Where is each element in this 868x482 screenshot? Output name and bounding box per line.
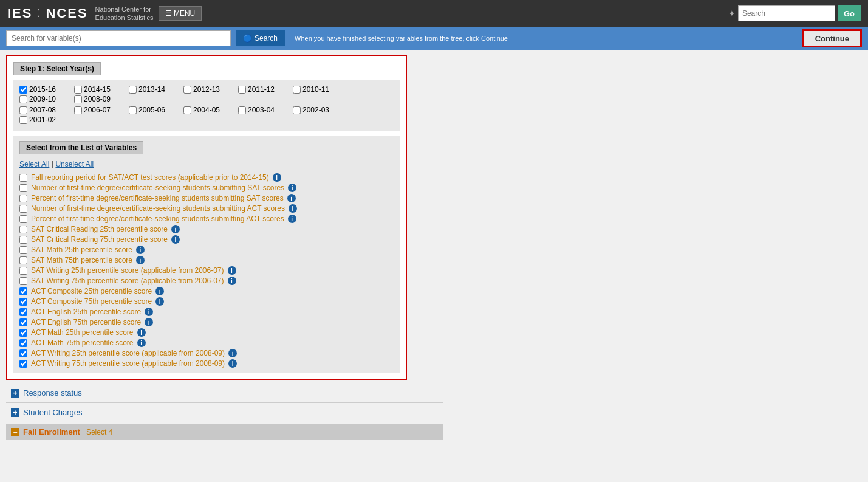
- var-checkbox-14[interactable]: [19, 318, 27, 326]
- info-icon-13[interactable]: i: [145, 308, 153, 316]
- var-label-12[interactable]: ACT Composite 75th percentile score: [31, 297, 152, 306]
- unselect-all-link[interactable]: Unselect All: [55, 160, 94, 168]
- search-variable-input[interactable]: [6, 30, 231, 46]
- var-label-8[interactable]: SAT Math 75th percentile score: [31, 256, 132, 264]
- year-checkbox-2003-04[interactable]: [238, 106, 246, 114]
- year-item-2011-12[interactable]: 2011-12: [238, 85, 293, 94]
- var-label-17[interactable]: ACT Writing 25th percentile score (appli…: [31, 349, 225, 357]
- info-icon-17[interactable]: i: [228, 349, 237, 357]
- student-charges-section[interactable]: + Student Charges: [6, 404, 443, 421]
- var-label-14[interactable]: ACT English 75th percentile score: [31, 318, 141, 326]
- var-checkbox-13[interactable]: [19, 308, 27, 316]
- info-icon-5[interactable]: i: [171, 225, 180, 233]
- year-checkbox-2005-06[interactable]: [129, 106, 137, 114]
- var-checkbox-0[interactable]: [19, 174, 27, 182]
- year-item-2015-16[interactable]: 2015-16: [19, 85, 74, 94]
- info-icon-9[interactable]: i: [228, 266, 236, 275]
- year-checkbox-2002-03[interactable]: [293, 106, 301, 114]
- year-checkbox-2011-12[interactable]: [238, 86, 246, 94]
- year-item-2004-05[interactable]: 2004-05: [183, 106, 238, 114]
- info-icon-18[interactable]: i: [228, 359, 237, 368]
- info-icon-6[interactable]: i: [171, 235, 180, 244]
- year-checkbox-2001-02[interactable]: [19, 116, 27, 124]
- year-item-2010-11[interactable]: 2010-11: [293, 85, 347, 94]
- var-checkbox-6[interactable]: [19, 236, 27, 244]
- year-item-2007-08[interactable]: 2007-08: [19, 106, 74, 114]
- year-checkbox-2009-10[interactable]: [19, 95, 27, 103]
- var-checkbox-8[interactable]: [19, 256, 27, 264]
- year-checkbox-2010-11[interactable]: [293, 86, 301, 94]
- info-icon-15[interactable]: i: [137, 328, 146, 337]
- var-label-6[interactable]: SAT Critical Reading 75th percentile sco…: [31, 235, 168, 244]
- list-item: ACT Writing 25th percentile score (appli…: [19, 349, 394, 357]
- var-label-15[interactable]: ACT Math 25th percentile score: [31, 328, 134, 337]
- var-checkbox-9[interactable]: [19, 267, 27, 275]
- year-checkbox-2006-07[interactable]: [74, 106, 82, 114]
- var-label-7[interactable]: SAT Math 25th percentile score: [31, 246, 132, 254]
- year-checkbox-2008-09[interactable]: [74, 95, 82, 103]
- var-checkbox-15[interactable]: [19, 329, 27, 337]
- info-icon-2[interactable]: i: [287, 194, 296, 202]
- info-icon-7[interactable]: i: [136, 246, 145, 254]
- var-checkbox-17[interactable]: [19, 349, 27, 357]
- var-label-0[interactable]: Fall reporting period for SAT/ACT test s…: [31, 173, 269, 182]
- var-checkbox-4[interactable]: [19, 215, 27, 223]
- var-label-3[interactable]: Number of first-time degree/certificate-…: [31, 204, 285, 213]
- var-label-2[interactable]: Percent of first-time degree/certificate…: [31, 194, 284, 202]
- info-icon-12[interactable]: i: [155, 297, 164, 306]
- header-search-input[interactable]: [738, 5, 835, 21]
- year-item-2009-10[interactable]: 2009-10: [19, 95, 74, 103]
- year-item-2013-14[interactable]: 2013-14: [129, 85, 183, 94]
- year-checkbox-2012-13[interactable]: [183, 86, 191, 94]
- var-label-4[interactable]: Percent of first-time degree/certificate…: [31, 215, 284, 223]
- year-item-2002-03[interactable]: 2002-03: [293, 106, 347, 114]
- year-item-2001-02[interactable]: 2001-02: [19, 115, 74, 124]
- var-label-5[interactable]: SAT Critical Reading 25th percentile sco…: [31, 225, 168, 233]
- go-button[interactable]: Go: [838, 5, 861, 21]
- var-checkbox-3[interactable]: [19, 205, 27, 213]
- var-label-16[interactable]: ACT Math 75th percentile score: [31, 339, 134, 347]
- info-icon-0[interactable]: i: [273, 173, 281, 182]
- search-variable-button[interactable]: 🔵 Search: [236, 30, 285, 46]
- var-checkbox-10[interactable]: [19, 277, 27, 285]
- info-icon-14[interactable]: i: [145, 318, 153, 326]
- var-label-10[interactable]: SAT Writing 75th percentile score (appli…: [31, 277, 224, 285]
- year-item-2003-04[interactable]: 2003-04: [238, 106, 293, 114]
- var-label-1[interactable]: Number of first-time degree/certificate-…: [31, 184, 284, 192]
- var-checkbox-2[interactable]: [19, 195, 27, 202]
- info-icon-8[interactable]: i: [136, 256, 145, 264]
- year-checkbox-2007-08[interactable]: [19, 106, 27, 114]
- var-checkbox-18[interactable]: [19, 360, 27, 368]
- var-label-13[interactable]: ACT English 25th percentile score: [31, 308, 141, 316]
- menu-button[interactable]: ☰ MENU: [159, 6, 202, 21]
- info-icon-4[interactable]: i: [288, 215, 296, 223]
- info-icon-11[interactable]: i: [155, 287, 164, 295]
- var-checkbox-7[interactable]: [19, 246, 27, 254]
- var-checkbox-1[interactable]: [19, 184, 27, 192]
- year-item-2012-13[interactable]: 2012-13: [183, 85, 238, 94]
- info-icon-3[interactable]: i: [289, 204, 297, 213]
- year-item-2008-09[interactable]: 2008-09: [74, 95, 129, 103]
- info-icon-16[interactable]: i: [137, 339, 146, 347]
- var-checkbox-12[interactable]: [19, 298, 27, 306]
- select-all-link[interactable]: Select All: [19, 160, 49, 168]
- year-checkbox-2015-16[interactable]: [19, 86, 27, 94]
- info-icon-1[interactable]: i: [288, 184, 296, 192]
- var-label-11[interactable]: ACT Composite 25th percentile score: [31, 287, 152, 295]
- var-checkbox-5[interactable]: [19, 226, 27, 233]
- sub-header: 🔵 Search When you have finished selectin…: [0, 27, 868, 50]
- year-checkbox-2013-14[interactable]: [129, 86, 137, 94]
- year-checkbox-2004-05[interactable]: [183, 106, 191, 114]
- year-item-2006-07[interactable]: 2006-07: [74, 106, 129, 114]
- year-item-2005-06[interactable]: 2005-06: [129, 106, 183, 114]
- var-checkbox-16[interactable]: [19, 339, 27, 347]
- response-status-section[interactable]: + Response status: [6, 385, 443, 401]
- var-checkbox-11[interactable]: [19, 287, 27, 295]
- var-label-9[interactable]: SAT Writing 25th percentile score (appli…: [31, 266, 224, 275]
- info-icon-10[interactable]: i: [228, 277, 236, 285]
- year-checkbox-2014-15[interactable]: [74, 86, 82, 94]
- fall-enrollment-section[interactable]: − Fall Enrollment Select 4: [6, 424, 443, 440]
- year-item-2014-15[interactable]: 2014-15: [74, 85, 129, 94]
- var-label-18[interactable]: ACT Writing 75th percentile score (appli…: [31, 359, 225, 368]
- continue-button[interactable]: Continue: [802, 29, 862, 47]
